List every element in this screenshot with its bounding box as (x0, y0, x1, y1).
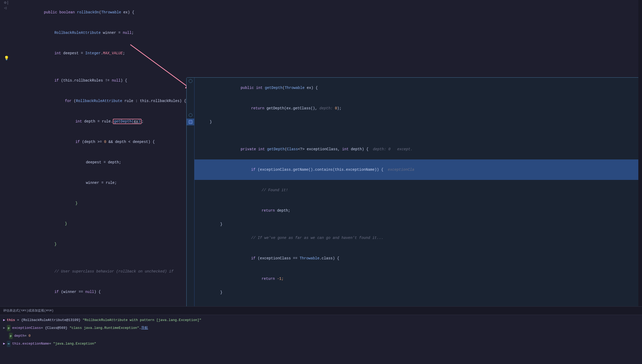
debug-var-exceptionName-value: = "java.lang.Exception" (49, 341, 96, 347)
debug-var-depth[interactable]: p depth = 0 (3, 333, 639, 339)
expand-icon-this[interactable]: ▶ (3, 317, 5, 323)
code-line-blank1 (13, 63, 638, 70)
keyword-boolean: boolean (59, 10, 77, 14)
debug-var-depth-value: = 0 (24, 333, 30, 339)
scrollbar[interactable] (638, 0, 642, 306)
popup-line-8: // Found it! (194, 180, 638, 200)
code-line-2: RollbackRuleAttribute winner = null; (13, 23, 638, 43)
gutter-icon-1[interactable]: ⊙|◁ (4, 3, 9, 8)
debug-variables: ▶ this = {RollbackRuleAttribute@13109} "… (0, 315, 642, 349)
expand-icon-exceptionName[interactable]: ▶ (3, 341, 5, 347)
keyword-public: public (44, 10, 59, 14)
popup-line-12: if (exceptionClass == Throwable.class) { (194, 248, 638, 269)
debug-var-exceptionName-name: this.exceptionName (12, 341, 49, 347)
expand-icon-exceptionClass[interactable]: ▶ (3, 325, 5, 331)
popup-line-11: // If we've gone as far as we can go and… (194, 228, 638, 248)
debug-var-exceptionClass-name: exceptionClass (12, 325, 41, 331)
popup-line-10: } (194, 221, 638, 228)
debug-var-p-badge-1: p (7, 325, 11, 331)
getDepth-call: getDepth(ex) (113, 119, 141, 124)
debug-var-exceptionClass[interactable]: ▶ p exceptionClass = {Class@569} "class … (3, 325, 639, 331)
popup-method-panel: public int getDepth(Throwable ex) { retu… (186, 77, 638, 306)
main-editor-area: ⊙|◁ 💡 public boolean rollbackOn(Throwabl… (0, 0, 642, 306)
popup-line-9: return depth; (194, 200, 638, 221)
main-code-panel: public boolean rollbackOn(Throwable ex) … (13, 0, 638, 306)
popup-line-2: return getDepth(ex.getClass(), depth: 0)… (194, 98, 638, 119)
popup-line-7: if (exceptionClass.getName().contains(th… (194, 159, 638, 180)
popup-line-6: private int getDepth(Class<?> exceptionC… (194, 139, 638, 159)
debug-var-exceptionClass-value: = {Class@569} "class java.lang.RuntimeEx… (41, 325, 141, 331)
debug-var-depth-name: depth (14, 333, 24, 339)
debug-header-text: 评估表达式(⌥⌘⌥)或添加监视(⌘⌥⌘) (3, 308, 54, 313)
expand-icon-depth (3, 333, 7, 339)
debug-header: 评估表达式(⌥⌘⌥)或添加监视(⌘⌥⌘) (0, 307, 642, 315)
debug-var-exceptionName[interactable]: ▶ ∞ this.exceptionName = "java.lang.Exce… (3, 341, 639, 347)
debug-var-this[interactable]: ▶ this = {RollbackRuleAttribute@13109} "… (3, 317, 639, 323)
code-line-1: public boolean rollbackOn(Throwable ex) … (13, 2, 638, 23)
popup-line-3: } (194, 119, 638, 125)
debug-var-this-value: = {RollbackRuleAttribute@13109} "Rollbac… (17, 317, 201, 323)
popup-line-1: public int getDepth(Throwable ex) { (194, 78, 638, 98)
debug-var-this-badge: this (7, 317, 15, 323)
popup-line-13: return -1; (194, 269, 638, 289)
editor-gutter: ⊙|◁ 💡 (0, 0, 13, 306)
popup-line-16: return getDepth(exceptionClass.getSuperc… (194, 303, 638, 306)
code-line-3: int deepest = Integer.MAX_VALUE; (13, 43, 638, 63)
debug-var-p-badge-2: p (9, 333, 13, 339)
method-rollbackOn: rollbackOn (77, 10, 99, 14)
debug-var-inf-badge: ∞ (7, 341, 11, 347)
popup-line-14: } (194, 289, 638, 296)
gutter-icon-bulb[interactable]: 💡 (4, 56, 9, 61)
debug-nav-link-1[interactable]: 导航 (141, 325, 148, 331)
debug-panel: 评估表达式(⌥⌘⌥)或添加监视(⌘⌥⌘) ▶ this = {RollbackR… (0, 306, 642, 364)
